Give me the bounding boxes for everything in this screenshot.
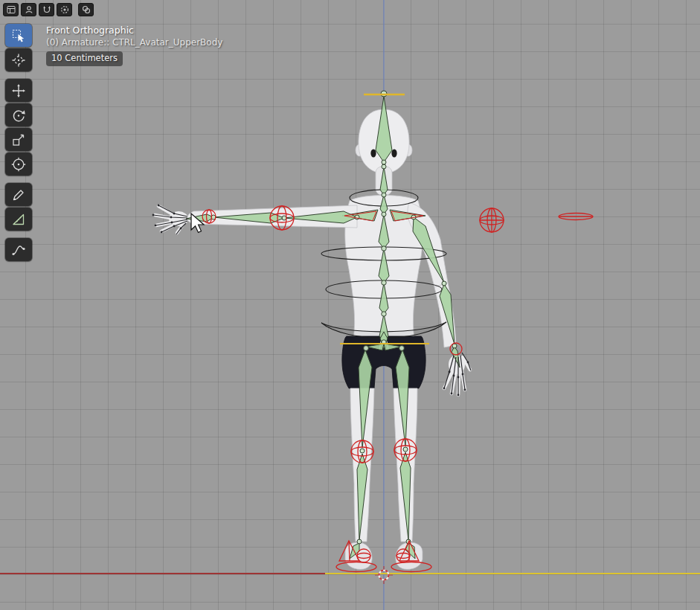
editor-type-icon[interactable] [3,3,19,16]
tool-move[interactable] [5,79,32,102]
toolbar [5,24,32,263]
3d-viewport[interactable]: Front Orthographic (0) Armature:: CTRL_A… [0,0,700,610]
overlays-icon[interactable] [78,3,94,16]
active-object-label: (0) Armature:: CTRL_Avatar_UpperBody [46,36,222,49]
select-box-icon [11,28,26,43]
tool-select-box[interactable] [5,24,32,47]
rotate-icon [11,108,26,123]
move-icon [11,83,26,98]
scene-svg[interactable] [0,0,700,610]
mode-icon[interactable] [21,3,36,16]
transform-icon [11,157,26,172]
tool-scale[interactable] [5,128,32,151]
tool-pose-breakdowner[interactable] [5,238,32,261]
tool-measure[interactable] [5,208,32,231]
cursor-icon [11,53,26,68]
proportional-editing-icon[interactable] [57,3,72,16]
grid-scale-badge: 10 Centimeters [46,51,123,66]
tool-transform[interactable] [5,152,32,176]
topbar-icons [3,3,94,16]
control-disc [559,214,593,220]
character-mesh[interactable] [155,109,470,569]
measure-icon [11,212,26,227]
viewport-header: Front Orthographic (0) Armature:: CTRL_A… [46,24,222,66]
snapping-icon[interactable] [39,3,54,16]
view-label: Front Orthographic [46,24,222,36]
tool-rotate[interactable] [5,103,32,126]
annotate-icon [11,187,26,202]
tool-cursor[interactable] [5,48,32,71]
control-hand-ik-sphere [480,208,504,232]
armature-bones[interactable] [186,91,460,559]
pose-breakdowner-icon [11,243,26,257]
tool-annotate[interactable] [5,183,32,206]
scale-icon [11,132,26,147]
